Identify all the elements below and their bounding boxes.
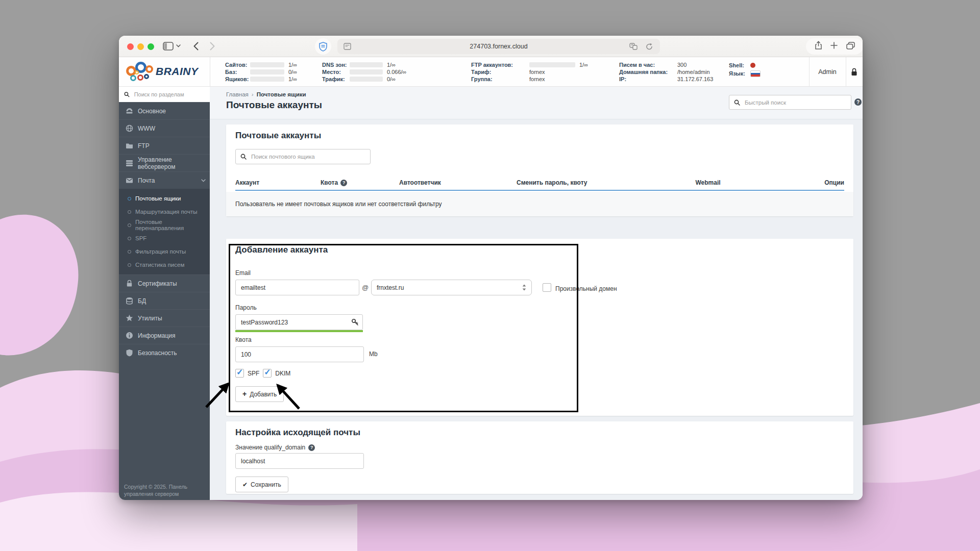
toolbar-right-group: [806, 38, 863, 55]
logo-gear-orange-small: [145, 65, 153, 73]
sidebar-subitem-mail-routing[interactable]: Маршрутизация почты: [119, 205, 210, 218]
share-icon[interactable]: [815, 41, 822, 52]
dkim-checkbox[interactable]: [263, 369, 272, 378]
address-bar[interactable]: 274703.fornex.cloud: [337, 39, 660, 54]
privacy-shield-icon[interactable]: [315, 38, 331, 55]
domain-select-value: frnxtest.ru: [377, 284, 522, 291]
reader-mode-icon[interactable]: [344, 43, 351, 52]
column-header-account: Аккаунт: [235, 179, 321, 186]
forward-button[interactable]: [210, 42, 215, 51]
stat-label: Группа:: [471, 76, 529, 82]
stat-label: Домашняя папка:: [619, 69, 677, 75]
stats-column-shell: Shell: Язык:: [729, 61, 761, 78]
sidebar-item-mail[interactable]: Почта: [119, 171, 210, 189]
help-icon[interactable]: [308, 444, 315, 451]
sidebar-item-db[interactable]: БД: [119, 292, 210, 309]
reload-icon[interactable]: [646, 43, 653, 53]
browser-window: 274703.fornex.cloud: [119, 36, 863, 500]
spf-checkbox[interactable]: [235, 369, 244, 378]
sidebar-item-label: WWW: [138, 125, 206, 132]
sidebar-subitem-mail-filtering[interactable]: Фильтрация почты: [119, 245, 210, 258]
close-window-button[interactable]: [127, 43, 134, 50]
sidebar-subitem-mail-forwarding[interactable]: Почтовые перенаправления: [119, 218, 210, 232]
qualify-domain-label-row: Значение qualify_domain: [235, 444, 315, 451]
bullet-icon: [128, 223, 131, 227]
column-header-quota: Квота: [321, 179, 399, 186]
user-menu[interactable]: Admin: [809, 57, 846, 86]
russian-flag-icon[interactable]: [750, 70, 761, 77]
qualify-domain-label: Значение qualify_domain: [235, 444, 305, 451]
save-button[interactable]: Сохранить: [235, 477, 288, 492]
help-icon[interactable]: [854, 98, 862, 106]
password-field-wrap: [235, 314, 363, 330]
stat-label: IP:: [619, 76, 677, 82]
search-icon: [124, 91, 130, 97]
usage-bar: [250, 62, 284, 67]
breadcrumb-home-link[interactable]: Главная: [226, 91, 249, 97]
mailbox-search-input[interactable]: [250, 153, 365, 160]
stat-label: Ящиков:: [225, 76, 250, 82]
stat-value: 1/∞: [387, 62, 396, 68]
bullet-icon: [128, 197, 131, 201]
domain-select[interactable]: frnxtest.ru: [371, 280, 532, 295]
lock-icon: [126, 280, 133, 287]
generate-password-key-icon[interactable]: [351, 318, 359, 328]
spf-label: SPF: [248, 370, 259, 377]
password-field[interactable]: [235, 314, 363, 330]
stat-label: Трафик:: [322, 76, 350, 82]
stats-column-dns: DNS зон:1/∞ Место:0.066/∞ Трафик:0/∞: [322, 61, 406, 83]
column-header-options: Опции: [746, 179, 844, 186]
zoom-window-button[interactable]: [148, 43, 154, 50]
sidebar-search-input[interactable]: [133, 91, 205, 98]
chevron-down-icon[interactable]: [176, 44, 181, 47]
sidebar-subitem-mail-statistics[interactable]: Статистика писем: [119, 258, 210, 271]
sidebar-item-www[interactable]: WWW: [119, 119, 210, 137]
email-field[interactable]: [235, 280, 359, 295]
stats-column-mail: Писем в час:300 Домашняя папка:/home/adm…: [619, 61, 713, 83]
logout-lock-icon[interactable]: [851, 68, 857, 78]
brainy-logo[interactable]: BRAINY: [126, 61, 208, 83]
stat-value: fornex: [529, 76, 545, 82]
quota-unit: Mb: [369, 350, 378, 358]
sidebar-toggle-icon[interactable]: [163, 42, 174, 51]
new-tab-icon[interactable]: [830, 42, 838, 51]
column-header-autoresponder: Автоответчик: [399, 179, 517, 186]
usage-bar: [250, 77, 284, 82]
stats-column-sites: Сайтов:1/∞ Баз:0/∞ Ящиков:1/∞: [225, 61, 297, 83]
sidebar-subitem-label: Почтовые ящики: [135, 195, 181, 202]
qualify-domain-field[interactable]: [235, 453, 364, 469]
sidebar-item-ftp[interactable]: FTP: [119, 137, 210, 154]
sidebar-item-information[interactable]: Информация: [119, 327, 210, 344]
stat-value: 0/∞: [288, 69, 297, 75]
quota-label: Квота: [235, 336, 252, 343]
translate-icon[interactable]: [629, 43, 638, 52]
mailbox-search[interactable]: [235, 149, 371, 164]
sidebar-item-main[interactable]: Основное: [119, 102, 210, 119]
quick-search-input[interactable]: [744, 99, 846, 106]
sidebar-subitem-spf[interactable]: SPF: [119, 232, 210, 245]
back-button[interactable]: [193, 42, 199, 51]
sidebar-item-label: Безопасность: [138, 349, 206, 357]
minimize-window-button[interactable]: [137, 43, 144, 50]
sidebar-subitem-mailboxes[interactable]: Почтовые ящики: [119, 192, 210, 205]
search-icon: [240, 154, 247, 160]
sidebar-item-webserver[interactable]: Управление вебсервером: [119, 154, 210, 171]
add-account-button[interactable]: Добавить: [235, 386, 284, 402]
select-stepper-icon: [522, 284, 526, 291]
server-list-icon: [126, 159, 133, 167]
sidebar-item-utilities[interactable]: Утилиты: [119, 309, 210, 327]
quick-search[interactable]: [729, 95, 851, 110]
sidebar-search[interactable]: [119, 87, 210, 102]
custom-domain-checkbox[interactable]: [543, 283, 551, 292]
help-icon[interactable]: [340, 180, 347, 186]
password-strength-bar: [235, 330, 363, 332]
breadcrumb-current: Почтовые ящики: [257, 91, 306, 97]
plus-icon: [242, 390, 247, 398]
sidebar-item-certificates[interactable]: Сертификаты: [119, 274, 210, 292]
usage-bar: [350, 62, 383, 67]
tab-overview-icon[interactable]: [846, 42, 855, 52]
sidebar-item-label: Управление вебсервером: [138, 156, 206, 170]
database-icon: [126, 297, 133, 305]
quota-field[interactable]: [235, 346, 364, 362]
sidebar-item-security[interactable]: Безопасность: [119, 344, 210, 361]
